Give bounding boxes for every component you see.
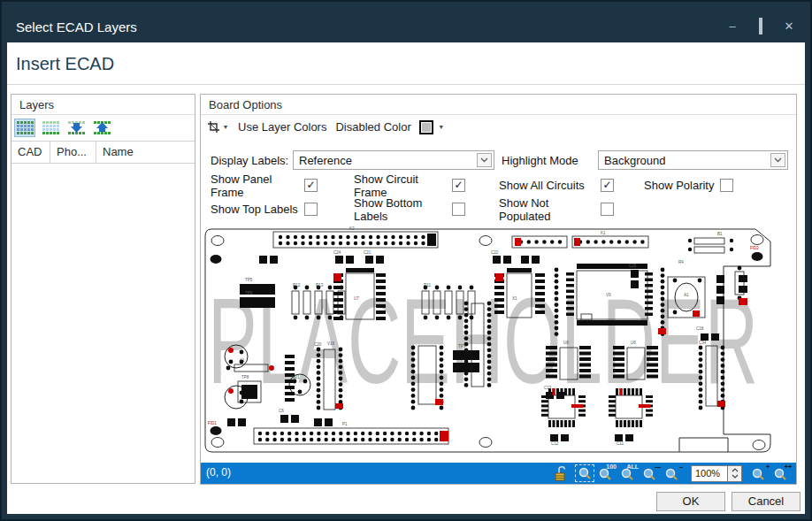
board-options-panel: Board Options ▾ Use Layer Colors Disable…: [200, 94, 797, 485]
checkbox-box[interactable]: ✓: [452, 179, 465, 192]
highlight-mode-label: Highlight Mode: [502, 154, 578, 167]
zoom-spin-buttons[interactable]: [728, 465, 742, 482]
unlock-icon: [553, 464, 571, 482]
checkbox-show-panel-frame[interactable]: Show Panel Frame✓: [211, 178, 354, 193]
svg-text:C25: C25: [629, 264, 637, 268]
zoom-percent-value[interactable]: 100%: [691, 465, 728, 482]
maximize-button[interactable]: [754, 19, 768, 34]
crop-icon: [207, 120, 220, 134]
close-button[interactable]: ✕: [782, 19, 796, 34]
ok-button[interactable]: OK: [656, 492, 725, 511]
svg-text:C13: C13: [544, 386, 552, 390]
checkbox-box[interactable]: [304, 203, 318, 216]
highlight-mode-dropdown-button[interactable]: [770, 153, 785, 167]
zoom-window-icon: [576, 465, 594, 482]
magnifier-icon: [619, 467, 637, 484]
svg-text:R13: R13: [316, 283, 324, 287]
checkbox-show-circuit-frame[interactable]: Show Circuit Frame✓: [354, 178, 499, 193]
magnifier-icon: [750, 467, 768, 484]
zoom-in-fast-button[interactable]: ++: [772, 464, 792, 482]
svg-text:FID1: FID1: [208, 421, 217, 425]
magnifier-icon: [663, 467, 681, 484]
checkbox-show-not-populated[interactable]: Show Not Populated: [499, 202, 644, 217]
svg-text:B1: B1: [717, 232, 723, 236]
preview-status-bar: (0, 0): [201, 463, 796, 484]
checkbox-box[interactable]: ✓: [601, 179, 614, 192]
svg-text:C18: C18: [696, 326, 704, 331]
disabled-color-label: Disabled Color: [335, 120, 410, 134]
zoom-out-button[interactable]: –: [663, 464, 683, 482]
svg-text:X1: X1: [512, 296, 517, 301]
display-labels-dropdown-button[interactable]: [477, 153, 492, 167]
crop-board-button[interactable]: ▾: [207, 120, 227, 134]
magnifier-icon: [641, 467, 659, 484]
svg-text:C34: C34: [699, 341, 707, 345]
move-layer-up-button[interactable]: [91, 119, 112, 137]
hide-all-layers-button[interactable]: [40, 119, 61, 137]
checkbox-box[interactable]: [452, 203, 465, 216]
zoom-100-button[interactable]: 100: [597, 464, 617, 482]
checkbox-show-all-circuits[interactable]: Show All Circuits✓: [499, 178, 644, 193]
show-all-layers-button[interactable]: [14, 119, 35, 137]
svg-text:R4: R4: [678, 260, 684, 264]
svg-text:TP6: TP6: [245, 291, 253, 295]
minimize-button[interactable]: –: [725, 19, 739, 34]
svg-text:Y1: Y1: [240, 358, 245, 363]
use-layer-colors-button[interactable]: Use Layer Colors: [238, 120, 326, 134]
svg-text:C20: C20: [314, 342, 322, 347]
zoom-in-button[interactable]: +: [750, 464, 770, 482]
magnifier-icon: [772, 467, 790, 484]
checkbox-box[interactable]: [720, 179, 733, 192]
board-checkbox-grid: Show Panel Frame✓ Show Circuit Frame✓ Sh…: [211, 178, 733, 217]
checkbox-box[interactable]: ✓: [304, 179, 318, 192]
disabled-color-caret[interactable]: ▾: [440, 123, 443, 131]
svg-text:FID2: FID2: [750, 246, 759, 250]
layers-panel-title: Layers: [11, 95, 195, 115]
column-header-cad[interactable]: CAD: [11, 142, 50, 163]
zoom-all-button[interactable]: ALL: [619, 464, 639, 482]
svg-text:TP9: TP9: [458, 344, 466, 349]
svg-text:C6: C6: [279, 409, 284, 413]
svg-text:C12: C12: [551, 441, 559, 446]
arrow-up-layer-icon: [93, 120, 111, 135]
svg-text:R11: R11: [424, 283, 431, 287]
layers-table-header: CAD Pho... Name: [11, 141, 195, 164]
disabled-color-swatch[interactable]: [419, 120, 433, 134]
svg-text:U8: U8: [563, 341, 569, 345]
move-layer-down-button[interactable]: [65, 119, 87, 137]
svg-text:V9: V9: [606, 293, 611, 297]
page-title: Insert ECAD: [16, 54, 114, 74]
checkbox-show-bottom-labels[interactable]: Show Bottom Labels: [354, 202, 499, 217]
crop-dropdown-caret[interactable]: ▾: [224, 123, 227, 131]
lock-view-button[interactable]: [553, 464, 572, 482]
zoom-percent-spinner[interactable]: 100%: [691, 465, 742, 482]
display-labels-label: Display Labels:: [211, 154, 288, 167]
svg-text:C24: C24: [333, 250, 341, 255]
svg-text:K2: K2: [349, 226, 355, 231]
zoom-out-fast-button[interactable]: —: [641, 464, 661, 482]
svg-text:V16: V16: [327, 341, 335, 346]
checkbox-show-polarity[interactable]: Show Polarity: [644, 178, 733, 193]
highlight-mode-value: Background: [604, 154, 665, 167]
cancel-button[interactable]: Cancel: [732, 492, 801, 511]
dialog-window: Select ECAD Layers – ✕ Insert ECAD Layer…: [0, 0, 812, 521]
highlight-mode-combobox[interactable]: Background: [598, 150, 788, 170]
maximize-icon: [759, 18, 762, 34]
column-header-photo[interactable]: Pho...: [50, 142, 96, 163]
svg-text:C21: C21: [364, 250, 372, 255]
svg-text:VD1: VD1: [292, 375, 300, 379]
board-options-title: Board Options: [201, 95, 796, 115]
checkbox-box[interactable]: [601, 203, 614, 216]
column-header-name[interactable]: Name: [96, 142, 195, 163]
svg-text:TP5: TP5: [245, 278, 253, 282]
chevron-down-icon: [774, 157, 782, 163]
board-preview-canvas[interactable]: PLACEHOLDER: [201, 222, 796, 464]
layer-grid-icon: [16, 120, 34, 135]
pcb-placeholder-image: PLACEHOLDER: [201, 222, 796, 464]
spin-down-icon: [732, 474, 739, 479]
zoom-window-button[interactable]: [575, 464, 594, 482]
display-labels-combobox[interactable]: Reference: [293, 150, 494, 170]
checkbox-show-top-labels[interactable]: Show Top Labels: [211, 202, 354, 217]
magnifier-icon: [597, 467, 615, 484]
spin-up-icon: [732, 468, 739, 472]
